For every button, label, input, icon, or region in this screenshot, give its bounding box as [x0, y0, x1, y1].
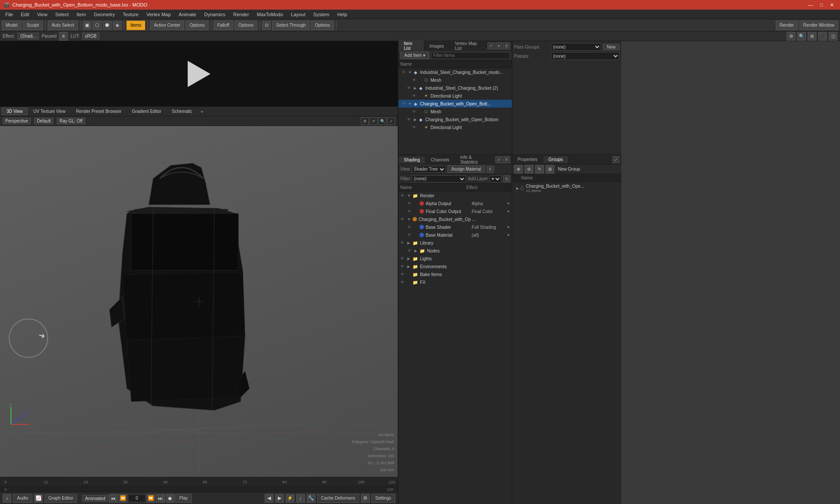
viewport-expand-icon[interactable]: ⤢	[387, 117, 395, 125]
shader-vis-nodes[interactable]: 👁	[407, 248, 413, 253]
assign-material-button[interactable]: Assign Material	[448, 165, 485, 173]
transport-icon-5[interactable]: 🔧	[307, 494, 315, 503]
items-button[interactable]: Items	[126, 21, 145, 30]
vis-icon-light2[interactable]: 👁	[411, 124, 417, 130]
transport-record-icon[interactable]: ⏺	[166, 494, 175, 503]
shader-filter-selector[interactable]: (none)	[412, 175, 466, 182]
base-material-dropdown-icon[interactable]: ▼	[507, 233, 510, 237]
shader-item-library[interactable]: 👁 ▶ 📁 Library	[399, 239, 512, 247]
tab-item-list[interactable]: Item List	[399, 40, 424, 52]
shader-item-base-shader[interactable]: 👁 Base Shader Full Shading ▼	[399, 223, 512, 231]
tab-groups[interactable]: Groups	[543, 156, 569, 163]
settings-icon[interactable]: ⚙	[361, 494, 370, 503]
menu-geometry[interactable]: Geometry	[90, 11, 118, 18]
env-expand-icon[interactable]: ▶	[407, 265, 413, 269]
transport-next-icon[interactable]: ⏩	[147, 494, 155, 503]
add-layer-selector[interactable]: ▾	[490, 175, 501, 182]
viewport-icon-3[interactable]: ⊞	[808, 32, 816, 41]
expand-icon-group2[interactable]: ▶	[413, 118, 418, 122]
expand-icon-group1[interactable]: ▶	[413, 86, 418, 90]
viewport-reset-icon[interactable]: ↺	[370, 117, 378, 125]
select-through-options-button[interactable]: Options	[311, 21, 334, 30]
shader-item-environments[interactable]: 👁 ▶ 📁 Environments	[399, 262, 512, 270]
tool-icon-1[interactable]: ▣	[83, 21, 91, 30]
library-expand-icon[interactable]: ▶	[407, 241, 413, 245]
viewport-canvas[interactable]: ➜ Z X Y No Items Pol	[0, 126, 398, 477]
tab-gradient-editor[interactable]: Gradient Editor	[127, 108, 166, 115]
item-list-content[interactable]: 👁 ▼ ◆ Industrial_Steel_Charging_Bucket_m…	[399, 68, 512, 154]
falloff-options-button[interactable]: Options	[234, 21, 257, 30]
menu-vertex-map[interactable]: Vertex Map	[143, 11, 175, 18]
default-selector[interactable]: Default	[34, 118, 53, 124]
action-options-button[interactable]: Options	[186, 21, 208, 30]
animated-selector[interactable]: Animated	[82, 495, 108, 502]
tree-item-mesh2[interactable]: 👁 ⬡ Mesh	[399, 108, 512, 116]
item-list-expand-icon[interactable]: ⤢	[487, 42, 494, 49]
nodes-expand-icon[interactable]: ▶	[414, 249, 420, 253]
vis-icon-group1[interactable]: 👁	[406, 85, 412, 91]
shading-expand-icon[interactable]: ⤢	[495, 156, 502, 163]
status-icon[interactable]: ⏸	[59, 32, 68, 41]
item-list-s-icon[interactable]: S	[503, 42, 510, 49]
vis-icon-1[interactable]: 👁	[400, 69, 406, 75]
vis-icon-group2[interactable]: 👁	[406, 116, 412, 122]
filter-items-input[interactable]	[431, 52, 510, 59]
tree-item-light1[interactable]: 👁 ☀ Directional Light	[399, 92, 512, 100]
transport-icon-2[interactable]: ▶	[275, 494, 284, 503]
lut-value[interactable]: sRGB	[82, 33, 99, 39]
menu-system[interactable]: System	[310, 11, 333, 18]
base-shader-dropdown-icon[interactable]: ▼	[507, 225, 510, 229]
groups-tree-content[interactable]: ▶ ⬡ Charging_Bucket_with_Ope... 12 Items	[512, 182, 621, 504]
shader-item-bake[interactable]: 👁 📁 Bake Items	[399, 270, 512, 278]
tree-item-group2[interactable]: 👁 ▶ ◆ Charging_Bucket_with_Open_Bottom	[399, 116, 512, 123]
vis-icon-mesh1[interactable]: 👁	[411, 77, 417, 83]
frame-input[interactable]	[128, 494, 146, 502]
bucket-expand-icon[interactable]: ▼	[407, 217, 413, 221]
tool-icon-4[interactable]: ◈	[113, 21, 122, 30]
tree-item-scene1[interactable]: 👁 ▼ ◆ Industrial_Steel_Charging_Bucket_m…	[399, 68, 512, 76]
shader-vis-env[interactable]: 👁	[400, 264, 406, 269]
shader-vis-lights[interactable]: 👁	[400, 256, 406, 261]
shading-f-icon[interactable]: F	[503, 156, 510, 163]
menu-file[interactable]: File	[2, 11, 17, 18]
new-pass-group-button[interactable]: New	[603, 44, 620, 50]
tab-info-statistics[interactable]: Info & Statistics	[455, 154, 495, 165]
falloff-button[interactable]: Falloff	[214, 21, 233, 30]
groups-tool-icon-3[interactable]: ✎	[535, 165, 544, 174]
mode-sculpt-button[interactable]: Sculpt	[23, 21, 43, 30]
shader-item-lights[interactable]: 👁 ▶ 📁 Lights	[399, 255, 512, 262]
viewport-icon-1[interactable]: ⚙	[787, 32, 795, 41]
transport-start-icon[interactable]: ⏮	[109, 494, 118, 503]
mode-model-button[interactable]: Model	[2, 21, 21, 30]
shader-item-base-material[interactable]: 👁 Base Material (all) ▼	[399, 231, 512, 239]
menu-help[interactable]: Help	[334, 11, 351, 18]
tab-uv-texture[interactable]: UV Texture View	[28, 108, 70, 115]
passes-selector[interactable]: (none)	[551, 52, 620, 60]
expand-icon-2[interactable]: ▼	[407, 102, 413, 106]
transport-icon-4[interactable]: ↕	[296, 494, 305, 503]
lights-expand-icon[interactable]: ▶	[407, 257, 413, 261]
menu-texture[interactable]: Texture	[119, 11, 142, 18]
transport-icon-1[interactable]: ◀	[265, 494, 273, 503]
menu-render[interactable]: Render	[230, 11, 252, 18]
effect-value[interactable]: (Shadi...	[18, 33, 39, 39]
groups-tool-icon-1[interactable]: ⊕	[514, 165, 523, 174]
menu-dynamics[interactable]: Dynamics	[201, 11, 229, 18]
tab-images[interactable]: Images	[424, 43, 450, 49]
shader-vis-render[interactable]: 👁	[400, 193, 406, 198]
shader-vis-library[interactable]: 👁	[400, 241, 406, 245]
shader-item-nodes[interactable]: 👁 ▶ 📁 Nodes	[399, 247, 512, 255]
render-window-button[interactable]: Render Window	[799, 21, 838, 30]
shading-toolbar-f-icon[interactable]: F	[487, 166, 494, 173]
shader-item-final-color[interactable]: 👁 Final Color Output Final Color ▼	[399, 207, 512, 215]
tab-vertex-map-list[interactable]: Vertex Map List	[450, 40, 487, 52]
tab-add[interactable]: +	[198, 108, 206, 115]
action-center-button[interactable]: Action Center	[150, 21, 185, 30]
minimize-button[interactable]: —	[805, 2, 816, 8]
tab-3d-view[interactable]: 3D View	[2, 108, 28, 115]
shader-item-alpha[interactable]: 👁 Alpha Output Alpha ▼	[399, 200, 512, 207]
tab-shading[interactable]: Shading	[399, 157, 426, 163]
menu-animate[interactable]: Animate	[175, 11, 200, 18]
viewport-zoom-icon[interactable]: 🔍	[378, 117, 386, 125]
maximize-button[interactable]: □	[817, 2, 826, 8]
